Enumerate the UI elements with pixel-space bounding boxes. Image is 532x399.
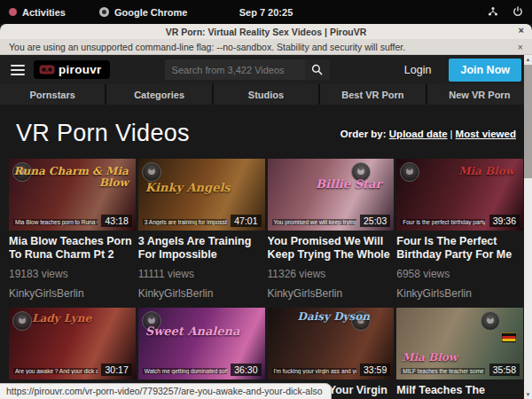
video-title[interactable]: Four Is The Perfect Birthday Party For M… (396, 235, 523, 262)
recording-indicator-icon (9, 8, 17, 16)
infobar-message: You are using an unsupported command-lin… (9, 42, 405, 52)
duration-badge: 36:30 (231, 364, 261, 376)
activities-button[interactable]: Activities (9, 7, 66, 18)
page-scrollbar[interactable]: ▲ ▼ (524, 55, 532, 399)
video-thumbnail[interactable]: Lady Lyne Are you awake ? And your dick … (9, 308, 136, 379)
network-tray-icon[interactable] (488, 6, 498, 19)
window-title: VR Porn: Virtual Reality Sex Videos | Pi… (166, 27, 367, 37)
search-input[interactable] (165, 59, 305, 80)
thumbnail-model-text: Mia Blow (402, 352, 458, 364)
order-by-controls: Order by: Upload date|Most viewed (340, 129, 516, 139)
search-icon (311, 64, 323, 75)
nav-item-studios[interactable]: Studios (214, 84, 318, 105)
menu-hamburger-icon[interactable] (11, 65, 25, 75)
video-studio-link[interactable]: KinkyGirlsBerlin (396, 287, 523, 300)
video-title[interactable]: Mia Blow Teaches Porn To Runa Charm Pt 2 (9, 235, 136, 262)
thumbnail-model-text: Runa Charm & Mia Blow (9, 166, 129, 188)
video-card[interactable]: Runa Charm & Mia Blow Mia Blow teaches p… (9, 159, 136, 300)
focused-app-menu[interactable]: Google Chrome (99, 7, 188, 18)
window-titlebar: VR Porn: Virtual Reality Sex Videos | Pi… (0, 24, 532, 39)
site-nav: Pornstars Categories Studios Best VR Por… (0, 84, 532, 105)
video-thumbnail[interactable]: Mia Blow MILF teaches the teacher some p… (396, 308, 523, 379)
duration-badge: 39:36 (489, 215, 520, 227)
search-bar (165, 59, 330, 80)
thumbnail-model-text: Billie Star (316, 178, 381, 191)
scrollbar-thumb[interactable] (524, 65, 532, 178)
video-views: 6958 views (396, 268, 523, 280)
video-title[interactable]: You Promised We Will Keep Trying The Who… (268, 235, 395, 262)
thumbnail-model-text: Mia Blow (458, 166, 514, 177)
video-thumbnail[interactable]: Sweet Analena Watch me getting dominated… (138, 308, 265, 379)
thumbnail-model-text: Daisy Dyson (298, 311, 371, 323)
video-title[interactable]: 3 Angels Are Training For Impossible Mis… (138, 235, 265, 262)
german-flag-graphic (502, 332, 516, 342)
site-header: pirouvr Login Join Now (0, 55, 532, 84)
duration-badge: 47:01 (231, 215, 261, 227)
video-card[interactable]: Billie Star You promised we will keep tr… (268, 159, 395, 300)
vr-goggles-icon (39, 65, 55, 74)
sort-link-most-viewed[interactable]: Most viewed (456, 129, 516, 139)
thumbnail-caption: MILF teaches the teacher some practical … (401, 368, 485, 374)
thumbnail-caption: Mia Blow teaches porn to Runa Charm pt. … (13, 219, 98, 225)
window-close-icon[interactable]: × (519, 25, 524, 35)
nav-item-pornstars[interactable]: Pornstars (0, 84, 105, 105)
thumbnail-caption: 3 Angels are training for impossible mis… (143, 219, 227, 225)
chrome-infobar: You are using an unsupported command-lin… (0, 39, 532, 55)
nav-item-new-vr-porn[interactable]: New VR Porn (427, 84, 532, 105)
system-clock[interactable]: Sep 7 20:25 (0, 7, 532, 18)
thumbnail-caption: Watch me getting dominated softly (143, 368, 227, 374)
duration-badge: 33:59 (360, 364, 390, 376)
thumbnail-model-text: Sweet Analena (145, 325, 240, 338)
video-studio-link[interactable]: KinkyGirlsBerlin (268, 287, 395, 300)
video-studio-link[interactable]: KinkyGirlsBerlin (9, 287, 136, 300)
site-logo[interactable]: pirouvr (34, 60, 110, 79)
thumbnail-caption: Four is the perfect birthday party for m… (401, 219, 485, 225)
order-by-label: Order by: (340, 129, 387, 139)
status-url-bubble: https://pirouvr.com/vr-porn-video/779325… (0, 383, 332, 399)
video-card[interactable]: Kinky Angels 3 Angels are training for i… (138, 159, 265, 300)
thumbnail-model-text: Kinky Angels (145, 182, 231, 194)
video-views: 19183 views (9, 268, 136, 280)
activities-label: Activities (22, 7, 66, 18)
video-thumbnail[interactable]: Billie Star You promised we will keep tr… (268, 159, 395, 231)
sort-link-upload-date[interactable]: Upload date (389, 129, 448, 139)
video-card[interactable]: Mia Blow MILF teaches the teacher some p… (396, 308, 523, 399)
nav-item-categories[interactable]: Categories (106, 84, 211, 105)
app-name-label: Google Chrome (114, 7, 188, 18)
duration-badge: 25:03 (360, 215, 390, 227)
video-thumbnail[interactable]: Daisy Dyson I'm fucking your virgin ass … (268, 308, 395, 379)
join-now-button[interactable]: Join Now (449, 59, 521, 82)
duration-badge: 43:18 (101, 215, 131, 227)
studio-watermark-icon (142, 162, 161, 182)
page-title: VR Porn Videos (16, 120, 190, 147)
scroll-down-icon[interactable]: ▼ (526, 390, 531, 399)
nav-item-best-vr-porn[interactable]: Best VR Porn (320, 84, 425, 105)
video-card[interactable]: Mia Blow Four is the perfect birthday pa… (396, 159, 523, 300)
video-title[interactable]: Milf Teaches The Teacher Some Practical … (396, 384, 523, 399)
infobar-close-icon[interactable]: × (518, 42, 523, 52)
desktop-screen: Activities Google Chrome Sep 7 20:25 VR … (0, 0, 532, 399)
thumbnail-model-text: Lady Lyne (32, 313, 91, 325)
video-thumbnail[interactable]: Kinky Angels 3 Angels are training for i… (138, 159, 265, 231)
thumbnail-caption: Are you awake ? And your dick also ? (13, 368, 98, 374)
thumbnail-caption: I'm fucking your virgin ass and you will… (272, 368, 356, 374)
duration-badge: 35:58 (489, 364, 520, 376)
site-logo-text: pirouvr (59, 63, 102, 76)
video-studio-link[interactable]: KinkyGirlsBerlin (138, 287, 265, 300)
search-button[interactable] (305, 59, 330, 80)
system-top-bar: Activities Google Chrome Sep 7 20:25 (0, 0, 532, 24)
video-thumbnail[interactable]: Runa Charm & Mia Blow Mia Blow teaches p… (9, 159, 136, 231)
duration-badge: 30:17 (101, 364, 131, 376)
thumbnail-caption: You promised we will keep trying the who… (272, 219, 356, 225)
video-grid: Runa Charm & Mia Blow Mia Blow teaches p… (0, 159, 532, 399)
video-views: 11111 views (138, 268, 265, 280)
login-link[interactable]: Login (395, 64, 441, 76)
page-head: VR Porn Videos Order by: Upload date|Mos… (0, 105, 532, 159)
chrome-app-icon (99, 7, 109, 17)
video-thumbnail[interactable]: Mia Blow Four is the perfect birthday pa… (396, 159, 523, 231)
sort-separator: | (450, 129, 453, 139)
studio-watermark-icon (481, 311, 500, 331)
power-icon[interactable] (512, 6, 523, 19)
scroll-up-icon[interactable]: ▲ (526, 55, 531, 64)
studio-watermark-icon (12, 311, 32, 331)
